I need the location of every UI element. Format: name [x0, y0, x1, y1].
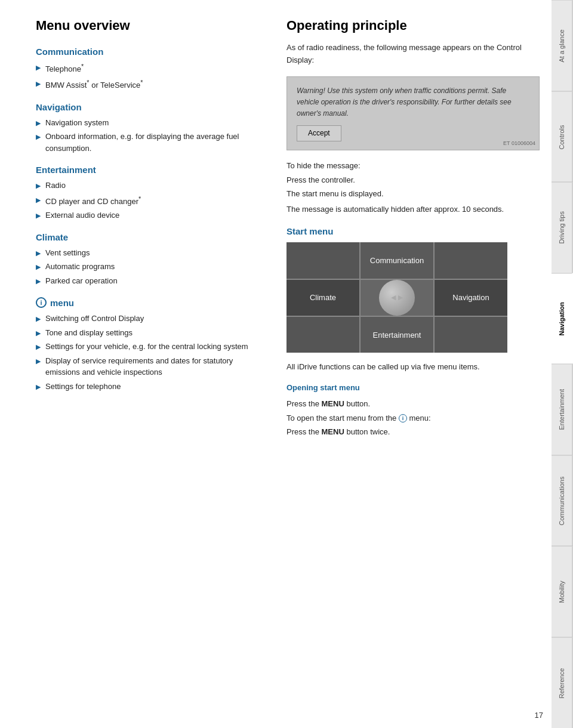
idrive-menu-graphic: Communication Climate ◀ ▶ Navigation Ent… — [286, 242, 507, 353]
tab-at-a-glance[interactable]: At a glance — [552, 0, 573, 91]
bullet-arrow-icon: ▶ — [36, 63, 41, 73]
tab-mobility[interactable]: Mobility — [552, 546, 573, 637]
page-number: 17 — [535, 711, 543, 720]
list-item: ▶ Display of service requirements and da… — [36, 355, 269, 378]
asterisk: * — [81, 63, 84, 70]
bullet-arrow-icon: ▶ — [36, 132, 41, 142]
opening-start-menu-heading: Opening start menu — [286, 383, 540, 392]
imenu-item-3: Settings for your vehicle, e.g. for the … — [45, 341, 248, 353]
bullet-arrow-icon: ▶ — [36, 248, 41, 258]
comm-item-2: BMW Assist* or TeleService* — [45, 78, 143, 91]
tab-communications[interactable]: Communications — [552, 455, 573, 547]
bullet-arrow-icon: ▶ — [36, 276, 41, 286]
ent-item-1: Radio — [45, 180, 66, 192]
list-item: ▶ Onboard information, e.g. for displayi… — [36, 131, 269, 154]
main-content: Menu overview Communication ▶ Telephone*… — [0, 0, 552, 728]
list-item: ▶ Settings for your vehicle, e.g. for th… — [36, 341, 269, 353]
opening-line-1: Press the MENU button. — [286, 397, 540, 411]
communication-list: ▶ Telephone* ▶ BMW Assist* or TeleServic… — [36, 61, 269, 91]
menu-cell-top-left — [286, 242, 359, 278]
bullet-arrow-icon: ▶ — [36, 356, 41, 366]
bullet-arrow-icon: ▶ — [36, 314, 41, 324]
opening-text-block: Press the MENU button. To open the start… — [286, 397, 540, 439]
auto-hidden-text: The message is automatically hidden afte… — [286, 203, 540, 216]
entertainment-list: ▶ Radio ▶ CD player and CD changer* ▶ Ex… — [36, 180, 269, 221]
comm-item-1: Telephone* — [45, 61, 84, 75]
nav-item-2: Onboard information, e.g. for displaying… — [45, 131, 269, 154]
menu-cell-bottom-right — [435, 317, 507, 353]
warning-label: ET 01006004 — [503, 139, 535, 147]
list-item: ▶ CD player and CD changer* — [36, 194, 269, 208]
i-icon: i — [36, 297, 47, 308]
menu-cell-top-center: Communication — [361, 242, 433, 278]
bullet-arrow-icon: ▶ — [36, 211, 41, 221]
menu-cell-top-right — [435, 242, 507, 278]
list-item: ▶ Switching off Control Display — [36, 313, 269, 325]
knob-arrows: ◀ ▶ — [391, 294, 402, 301]
bullet-arrow-icon: ▶ — [36, 328, 41, 338]
menu-bold-1: MENU — [322, 399, 344, 408]
warning-box: Warning! Use this system only when traff… — [286, 76, 540, 151]
imenu-item-4: Display of service requirements and date… — [45, 355, 269, 378]
list-item: ▶ Parked car operation — [36, 275, 269, 287]
bottom-center-label: Entertainment — [373, 331, 421, 340]
list-item: ▶ Tone and display settings — [36, 327, 269, 339]
list-item: ▶ Radio — [36, 180, 269, 192]
opening-line-2: To open the start menu from the i menu: — [286, 411, 540, 425]
warning-text: Warning! Use this system only when traff… — [297, 87, 512, 118]
ent-item-2: CD player and CD changer* — [45, 194, 141, 208]
tab-driving-tips[interactable]: Driving tips — [552, 182, 573, 273]
hide-line-3: The start menu is displayed. — [286, 187, 540, 200]
left-label: Climate — [310, 293, 336, 302]
tab-controls[interactable]: Controls — [552, 91, 573, 183]
left-column: Menu overview Communication ▶ Telephone*… — [36, 18, 269, 710]
climate-item-1: Vent settings — [45, 247, 90, 259]
menu-cell-bottom-left — [286, 317, 359, 353]
imenu-item-2: Tone and display settings — [45, 327, 133, 339]
opening-line-3: Press the MENU button twice. — [286, 425, 540, 439]
navigation-heading: Navigation — [36, 102, 269, 112]
all-idrive-text: All iDrive functions can be called up vi… — [286, 361, 540, 374]
start-menu-heading: Start menu — [286, 226, 540, 236]
bullet-arrow-icon: ▶ — [36, 118, 41, 128]
tab-navigation[interactable]: Navigation — [552, 273, 573, 365]
climate-heading: Climate — [36, 232, 269, 242]
menu-bold-2: MENU — [322, 427, 344, 436]
nav-item-1: Navigation system — [45, 117, 109, 129]
navigation-list: ▶ Navigation system ▶ Onboard informatio… — [36, 117, 269, 155]
bullet-arrow-icon: ▶ — [36, 382, 41, 392]
imenu-label: menu — [50, 298, 74, 308]
hide-line-2: Press the controller. — [286, 173, 540, 187]
climate-item-2: Automatic programs — [45, 261, 115, 273]
tab-reference[interactable]: Reference — [552, 637, 573, 729]
side-tab-bar: At a glance Controls Driving tips Naviga… — [552, 0, 573, 728]
bullet-arrow-icon: ▶ — [36, 262, 41, 272]
bullet-arrow-icon: ▶ — [36, 195, 41, 205]
imenu-heading: i menu — [36, 297, 269, 308]
asterisk: * — [87, 79, 89, 86]
bullet-arrow-icon: ▶ — [36, 79, 41, 89]
top-center-label: Communication — [370, 256, 424, 265]
left-page-title: Menu overview — [36, 18, 269, 33]
right-column: Operating principle As of radio readines… — [286, 18, 540, 710]
asterisk: * — [138, 195, 141, 202]
menu-cell-right: Navigation — [435, 280, 507, 316]
imenu-list: ▶ Switching off Control Display ▶ Tone a… — [36, 313, 269, 392]
list-item: ▶ External audio device — [36, 209, 269, 221]
right-page-title: Operating principle — [286, 18, 540, 33]
i-inline-icon: i — [399, 414, 407, 422]
list-item: ▶ Automatic programs — [36, 261, 269, 273]
list-item: ▶ Navigation system — [36, 117, 269, 129]
asterisk: * — [140, 79, 143, 86]
imenu-item-1: Switching off Control Display — [45, 313, 144, 325]
list-item: ▶ BMW Assist* or TeleService* — [36, 78, 269, 91]
tab-entertainment[interactable]: Entertainment — [552, 364, 573, 455]
hide-message-block: To hide the message: Press the controlle… — [286, 159, 540, 200]
bullet-arrow-icon: ▶ — [36, 342, 41, 352]
right-label: Navigation — [452, 293, 489, 302]
menu-cell-left: Climate — [286, 280, 359, 316]
imenu-item-5: Settings for telephone — [45, 381, 121, 393]
communication-heading: Communication — [36, 47, 269, 57]
accept-button[interactable]: Accept — [297, 125, 341, 141]
menu-cell-bottom-center: Entertainment — [361, 317, 433, 353]
